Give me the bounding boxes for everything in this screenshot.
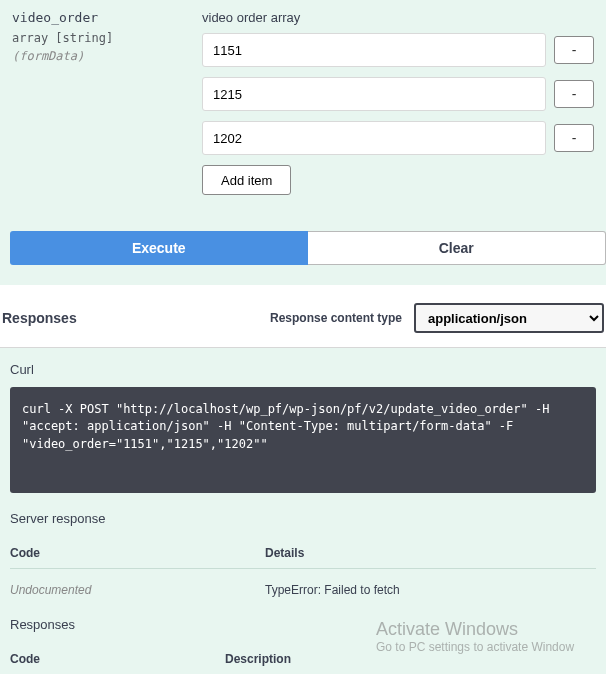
content-type-select[interactable]: application/json: [414, 303, 604, 333]
th-details: Details: [265, 546, 596, 560]
array-item-row: -: [202, 33, 594, 67]
parameter-type: array [string]: [12, 31, 182, 45]
array-item-input[interactable]: [202, 33, 546, 67]
curl-section: Curl curl -X POST "http://localhost/wp_p…: [0, 348, 606, 507]
response-code: Undocumented: [10, 583, 265, 597]
content-type-label: Response content type: [270, 311, 402, 325]
th-code: Code: [10, 546, 265, 560]
server-response-heading: Server response: [10, 511, 596, 526]
server-response-section: Server response Code Details Undocumente…: [0, 507, 606, 674]
table-header-row: Code Details: [10, 536, 596, 569]
array-item-row: -: [202, 77, 594, 111]
parameter-name: video_order: [12, 10, 182, 25]
table-header-row: Code Description: [10, 642, 596, 674]
parameter-description: video order array: [202, 10, 594, 25]
remove-item-button[interactable]: -: [554, 124, 594, 152]
parameter-meta: video_order array [string] (formData): [12, 10, 182, 195]
parameter-row: video_order array [string] (formData) vi…: [0, 0, 606, 215]
responses-header: Responses Response content type applicat…: [0, 285, 606, 348]
action-button-bar: Execute Clear: [0, 215, 606, 285]
th-description: Description: [225, 652, 596, 666]
remove-item-button[interactable]: -: [554, 36, 594, 64]
curl-command: curl -X POST "http://localhost/wp_pf/wp-…: [10, 387, 596, 493]
array-item-row: -: [202, 121, 594, 155]
responses-heading-2: Responses: [10, 617, 596, 632]
execute-button[interactable]: Execute: [10, 231, 308, 265]
curl-heading: Curl: [10, 362, 596, 377]
clear-button[interactable]: Clear: [308, 231, 607, 265]
parameter-in: (formData): [12, 49, 182, 63]
response-details: TypeError: Failed to fetch: [265, 583, 596, 597]
table-row: Undocumented TypeError: Failed to fetch: [10, 569, 596, 611]
parameter-body: video order array - - - Add item: [202, 10, 594, 195]
add-item-button[interactable]: Add item: [202, 165, 291, 195]
responses-title: Responses: [2, 310, 270, 326]
array-item-input[interactable]: [202, 121, 546, 155]
th-code: Code: [10, 652, 225, 666]
array-item-input[interactable]: [202, 77, 546, 111]
remove-item-button[interactable]: -: [554, 80, 594, 108]
